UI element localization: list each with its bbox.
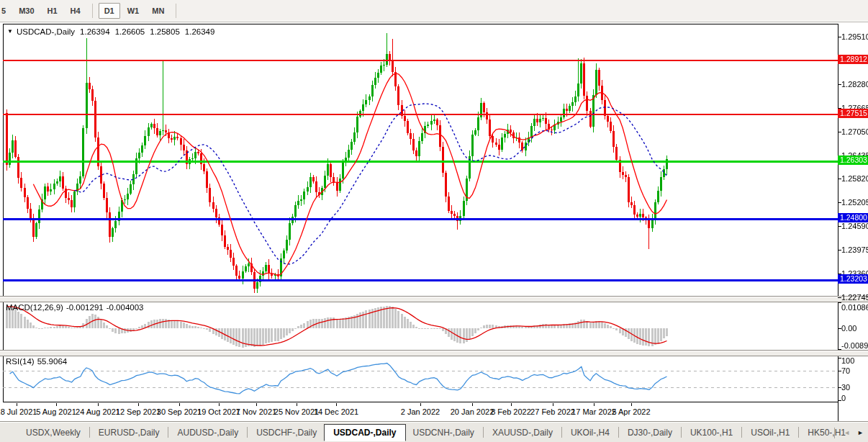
ohlc-close: 1.26349 [185,27,215,36]
symbol-tab-dj30[interactable]: DJ30-,Daily [620,425,679,441]
time-axis-tick [594,403,595,406]
symbol-tab-bar: USDX,WeeklyEURUSD-,DailyAUDUSD-,DailyUSD… [0,422,868,442]
tab-scroll-right-icon[interactable]: ► [857,430,864,436]
time-axis-label: 12 Sep 2021 [116,407,161,416]
time-axis-label: 2 Jan 2022 [401,407,440,416]
time-axis-tick [553,403,553,406]
time-axis-label: 17 Mar 2022 [571,407,616,416]
chart-dropdown-icon[interactable]: ▼ [7,29,13,35]
symbol-tab-audusd[interactable]: AUDUSD-,Daily [170,425,245,441]
rsi-axis-label: 70 [841,366,850,375]
time-axis-label: 5 Apr 2022 [612,407,650,416]
toolbar-separator [176,4,176,18]
symbol-tab-usoil[interactable]: USOil-,H1 [743,425,797,441]
tab-separator [798,427,799,438]
price-axis-label: 1.24590 [841,222,868,230]
time-axis-tick [336,403,337,406]
tab-separator [89,427,90,438]
tab-scroll-left-icon[interactable]: ◄ [844,430,850,436]
price-axis-label: 1.29510 [841,32,868,41]
time-axis-tick [98,403,99,406]
time-axis-tick [138,403,139,406]
symbol-tab-usdx[interactable]: USDX,Weekly [19,425,88,441]
price-axis-label: 1.22745 [841,293,868,302]
rsi-value: 55.9064 [37,357,68,366]
timeframe-button-mn[interactable]: MN [146,3,170,19]
tab-separator [741,427,742,438]
macd-axis-label: 0.00 [841,324,856,333]
price-axis-label: 1.28280 [841,80,868,89]
symbol-tab-eurusd[interactable]: EURUSD-,Daily [91,425,167,441]
timeframe-button-m30[interactable]: M30 [13,3,40,19]
macd-indicator-label: MACD(12,26,9) -0.001291 -0.004003 [6,303,143,312]
tab-separator [618,427,619,438]
time-axis-tick [472,403,473,406]
macd-axis-label: 0.010869 [841,303,868,312]
price-level-tag: 1.27515 [838,109,868,118]
macd-axis-label: -0.008974 [841,341,868,350]
time-axis-tick [219,403,220,406]
price-axis-label: 1.25820 [841,174,868,183]
price-axis-label: 1.23975 [841,245,868,254]
rsi-indicator-label: RSI(14) 55.9064 [6,357,67,366]
rsi-axis-label: 100 [841,356,854,365]
time-axis-label: 25 Nov 2021 [274,407,319,416]
tab-separator [834,428,835,438]
time-axis-label: 14 Dec 2021 [314,407,358,416]
rsi-axis-label: 30 [841,383,850,392]
toolbar-separator [92,4,93,18]
time-axis-label: 8 Feb 2022 [491,407,531,416]
symbol-tab-xauusd[interactable]: XAUUSD-,Daily [485,425,560,441]
tab-separator [681,427,682,438]
time-axis-tick [17,403,17,406]
symbol-tab-ukoil[interactable]: UKOil-,H4 [564,425,617,441]
time-axis-label: 20 Jan 2022 [451,407,494,416]
timeframe-toolbar: 5M30H1H4D1W1MN [0,0,868,22]
time-axis-label: 30 Sep 2021 [157,407,202,416]
symbol-tab-usdchf[interactable]: USDCHF-,Daily [249,425,324,441]
price-axis-label: 1.25205 [841,198,868,207]
price-level-tag: 1.23203 [838,274,868,284]
ohlc-high: 1.26605 [115,27,145,36]
timeframe-button-d1[interactable]: D1 [99,3,120,19]
time-axis-tick [179,403,180,406]
timeframe-button-h4[interactable]: H4 [65,3,86,19]
time-axis-tick [256,403,257,406]
time-axis-label: 19 Oct 2021 [197,407,240,416]
macd-signal-value: -0.004003 [107,303,144,312]
pane-divider[interactable] [0,350,868,356]
rsi-axis-label: 0 [841,394,846,402]
macd-main-value: -0.001291 [66,303,104,312]
rsi-pane-canvas[interactable] [3,355,838,402]
tab-separator [483,427,484,438]
timeframe-button-w1[interactable]: W1 [122,3,145,19]
time-axis-label: 5 Aug 2021 [36,407,76,416]
ohlc-open: 1.26394 [80,27,110,36]
timeframe-button-h1[interactable]: H1 [42,3,63,19]
pane-divider[interactable] [0,296,868,302]
tab-separator [247,427,248,438]
time-axis-tick [511,403,512,406]
tab-scroll-arrows: ◄ ► [833,423,864,442]
time-axis-tick [297,403,297,406]
price-scale-separator[interactable] [838,24,838,421]
tab-separator [561,427,562,438]
chart-title: ▼ USDCAD-,Daily 1.26394 1.26605 1.25805 … [7,27,214,36]
timeframe-button-5[interactable]: 5 [0,3,12,19]
symbol-tab-uk100[interactable]: UK100-,H1 [683,425,740,441]
ohlc-low: 1.25805 [150,27,180,36]
price-chart-canvas[interactable] [3,24,838,298]
tab-separator [168,427,168,438]
chart-symbol-label: USDCAD-,Daily [17,27,75,36]
time-axis-tick [631,403,632,406]
time-axis-label: 18 Jul 2021 [0,407,37,416]
time-axis-tick [420,403,421,406]
price-level-tag: 1.28912 [838,55,868,64]
rsi-name: RSI(14) [6,357,35,366]
time-axis-label: 24 Aug 2021 [76,407,120,416]
price-level-tag: 1.26303 [838,155,868,165]
time-axis-label: 27 Feb 2022 [530,407,575,416]
symbol-tab-usdcnh[interactable]: USDCNH-,Daily [406,425,482,441]
price-axis-label: 1.27050 [841,127,868,136]
symbol-tab-usdcad[interactable]: USDCAD-,Daily [324,424,405,441]
